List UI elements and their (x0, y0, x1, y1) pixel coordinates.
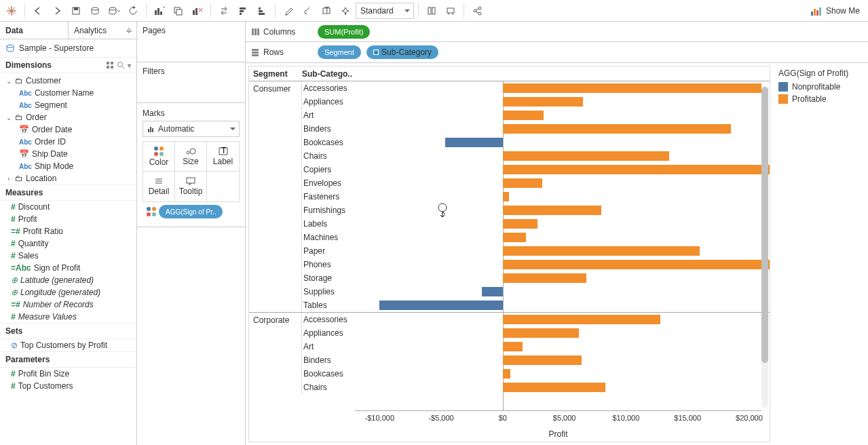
set-top-customers[interactable]: ⊘Top Customers by Profit (0, 339, 136, 351)
share-icon[interactable] (468, 2, 486, 20)
mark-tooltip-button[interactable]: Tooltip (175, 172, 207, 201)
param-top-customers[interactable]: #Top Customers (0, 380, 136, 392)
bar[interactable] (379, 301, 503, 310)
save-icon[interactable] (67, 2, 85, 20)
bar[interactable] (503, 165, 770, 174)
show-me-button[interactable]: Show Me (806, 2, 865, 20)
bar[interactable] (503, 342, 523, 351)
bar[interactable] (503, 328, 580, 338)
bar[interactable] (503, 206, 601, 215)
chart-canvas[interactable]: Segment Sub-Catego.. ConsumerAccessories… (248, 66, 770, 442)
bar[interactable] (503, 151, 669, 161)
pages-shelf[interactable]: Pages (137, 22, 245, 62)
mark-detail-button[interactable]: Detail (143, 172, 175, 201)
attach-icon[interactable] (299, 2, 316, 20)
bar[interactable] (503, 111, 544, 120)
tableau-logo-icon[interactable] (3, 2, 20, 20)
color-legend[interactable]: AGG(Sign of Profit) Nonprofitable Profit… (773, 63, 868, 445)
meas-measure-values[interactable]: #Measure Values (0, 311, 136, 323)
columns-shelf[interactable]: Columns SUM(Profit) (246, 22, 868, 42)
data-row[interactable]: Bookcases (302, 136, 770, 149)
dim-customer-name[interactable]: AbcCustomer Name (0, 87, 136, 99)
clear-sheet-icon[interactable] (189, 2, 206, 20)
bar[interactable] (503, 178, 542, 188)
bar[interactable] (503, 192, 509, 201)
meas-profit-ratio[interactable]: =#Profit Ratio (0, 225, 136, 237)
folder-customer[interactable]: ⌄🗀Customer (0, 75, 136, 87)
dim-segment[interactable]: AbcSegment (0, 99, 136, 111)
datasource-dropdown-icon[interactable] (105, 2, 123, 20)
data-row[interactable]: Envelopes (302, 176, 770, 190)
dim-order-id[interactable]: AbcOrder ID (0, 136, 136, 148)
duplicate-sheet-icon[interactable] (170, 2, 187, 20)
fit-select[interactable]: Standard (356, 3, 414, 19)
show-cards-icon[interactable] (423, 2, 440, 20)
folder-location[interactable]: ›🗀Location (0, 172, 136, 185)
folder-order[interactable]: ⌄🗀Order (0, 111, 136, 123)
data-row[interactable]: Phones (302, 258, 770, 271)
bar[interactable] (503, 273, 586, 283)
search-icon[interactable] (117, 61, 125, 69)
chart-scrollbar[interactable] (761, 87, 768, 408)
data-row[interactable]: Accessories (302, 81, 770, 95)
bar[interactable] (503, 233, 526, 242)
legend-item-nonprofitable[interactable]: Nonprofitable (778, 82, 863, 92)
bar[interactable] (503, 97, 583, 107)
pin-icon[interactable] (337, 2, 354, 20)
meas-discount[interactable]: #Discount (0, 201, 136, 213)
bar[interactable] (503, 83, 761, 93)
filters-shelf[interactable]: Filters (137, 62, 245, 103)
data-row[interactable]: Art (302, 340, 770, 353)
data-row[interactable]: Accessories (302, 313, 770, 326)
data-row[interactable]: Bookcases (302, 367, 770, 381)
data-row[interactable]: Supplies (302, 285, 770, 298)
new-worksheet-icon[interactable]: + (151, 2, 168, 20)
mark-color-button[interactable]: Color (143, 142, 175, 172)
bar[interactable] (445, 138, 503, 147)
view-icon[interactable] (106, 61, 114, 69)
swap-icon[interactable] (215, 2, 233, 20)
data-row[interactable]: Labels (302, 217, 770, 231)
param-profit-bin[interactable]: #Profit Bin Size (0, 368, 136, 380)
data-row[interactable]: Copiers (302, 163, 770, 176)
show-labels-icon[interactable]: T (318, 2, 335, 20)
data-row[interactable]: Appliances (302, 95, 770, 109)
dim-order-date[interactable]: 📅Order Date (0, 123, 136, 136)
sort-asc-icon[interactable] (234, 2, 252, 20)
rows-pill-subcategory[interactable]: +Sub-Category (366, 45, 438, 59)
bar[interactable] (503, 260, 770, 269)
bar[interactable] (503, 124, 731, 134)
data-row[interactable]: Chairs (302, 381, 770, 394)
bar[interactable] (503, 246, 700, 256)
data-row[interactable]: Paper (302, 244, 770, 258)
data-row[interactable]: Chairs (302, 149, 770, 163)
data-row[interactable]: Furnishings (302, 204, 770, 217)
meas-longitude[interactable]: ⊕Longitude (generated) (0, 286, 136, 298)
legend-item-profitable[interactable]: Profitable (778, 94, 863, 104)
meas-num-records[interactable]: =#Number of Records (0, 298, 136, 311)
bar[interactable] (503, 369, 510, 379)
bar[interactable] (503, 219, 537, 229)
new-datasource-icon[interactable] (86, 2, 104, 20)
meas-latitude[interactable]: ⊕Latitude (generated) (0, 274, 136, 286)
datasource-row[interactable]: Sample - Superstore (0, 39, 136, 58)
back-icon[interactable] (29, 2, 47, 20)
rows-shelf[interactable]: Rows Segment +Sub-Category (246, 42, 868, 62)
data-row[interactable]: Binders (302, 122, 770, 136)
tab-analytics[interactable]: Analytics≑ (69, 22, 136, 39)
bar[interactable] (482, 287, 503, 296)
rows-pill-segment[interactable]: Segment (318, 45, 361, 59)
meas-profit[interactable]: #Profit (0, 213, 136, 225)
mark-size-button[interactable]: Size (175, 142, 207, 172)
highlight-icon[interactable] (280, 2, 297, 20)
color-pill[interactable]: AGG(Sign of Pr.. (159, 205, 223, 218)
bar[interactable] (503, 315, 660, 324)
dim-ship-date[interactable]: 📅Ship Date (0, 148, 136, 160)
data-row[interactable]: Appliances (302, 326, 770, 340)
sort-desc-icon[interactable] (253, 2, 271, 20)
dim-ship-mode[interactable]: AbcShip Mode (0, 160, 136, 172)
tab-data[interactable]: Data (0, 22, 69, 39)
data-row[interactable]: Machines (302, 231, 770, 244)
color-pill-row[interactable]: AGG(Sign of Pr.. (143, 202, 240, 221)
meas-sign-of-profit[interactable]: =AbcSign of Profit (0, 262, 136, 274)
